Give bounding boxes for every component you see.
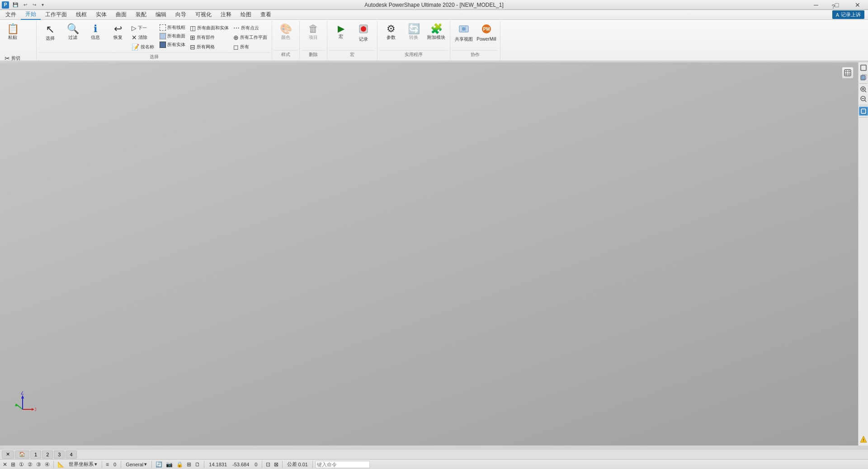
- rt-face-view-button[interactable]: [859, 63, 868, 72]
- quick-access-undo[interactable]: ↩: [22, 1, 29, 8]
- all-workplane-button[interactable]: ⊕ 所有工作平面: [231, 33, 269, 42]
- status-tools-icon[interactable]: 🔄: [155, 461, 163, 468]
- status-close-icon[interactable]: ✕: [2, 461, 8, 468]
- select-button[interactable]: ↖ 选择: [39, 23, 61, 48]
- status-nav-1[interactable]: ①: [18, 461, 25, 468]
- status-nav-2[interactable]: ②: [27, 461, 33, 468]
- status-div-4: [151, 461, 152, 468]
- rt-solid-view-button[interactable]: [859, 73, 868, 82]
- restore-icon: ↩: [114, 24, 122, 34]
- record-icon: [359, 24, 368, 36]
- menu-drawing[interactable]: 绘图: [236, 10, 256, 20]
- help-button[interactable]: ?: [829, 2, 837, 10]
- share-view-button[interactable]: 共享视图: [453, 23, 475, 48]
- status-div-7: [282, 461, 283, 468]
- powermill-button[interactable]: PM PowerMill: [476, 23, 497, 48]
- rt-box-view-button[interactable]: [859, 107, 868, 116]
- status-level-icon[interactable]: ≡: [105, 461, 110, 468]
- tab-home[interactable]: 🏠: [15, 450, 29, 459]
- paste-label: 粘贴: [8, 35, 17, 40]
- tab-4[interactable]: 4: [66, 450, 76, 459]
- tab-1[interactable]: 1: [30, 450, 41, 459]
- status-grid2-icon[interactable]: ⊞: [186, 461, 192, 468]
- close-button[interactable]: ✕: [847, 0, 868, 10]
- general-dropdown[interactable]: General ▾: [124, 461, 149, 467]
- tab-close-all[interactable]: ✕: [2, 450, 14, 459]
- all-surface-button[interactable]: 所有曲面: [158, 32, 187, 40]
- menu-home[interactable]: 开始: [21, 10, 41, 20]
- quick-access-save[interactable]: 💾: [11, 1, 20, 8]
- all-pointcloud-label: 所有点云: [241, 25, 259, 31]
- all-mesh-button[interactable]: ⊟ 所有网格: [188, 42, 231, 52]
- minimize-button[interactable]: ─: [806, 0, 826, 10]
- menu-file[interactable]: 文件: [1, 10, 21, 20]
- tab-2[interactable]: 2: [42, 450, 53, 459]
- status-div-2: [102, 461, 102, 468]
- menu-annotation[interactable]: 注释: [216, 10, 236, 20]
- menu-wizard[interactable]: 向导: [171, 10, 191, 20]
- status-nav-3[interactable]: ③: [35, 461, 42, 468]
- status-snap2-icon[interactable]: ⊠: [273, 461, 279, 468]
- all-solid-button[interactable]: 所有实体: [158, 41, 187, 49]
- menu-workplane[interactable]: 工作平面: [41, 10, 71, 20]
- restore-button[interactable]: ↩ 恢复: [107, 23, 129, 48]
- ribbon-group-select-content: ↖ 选择 🔍 过滤 ℹ 信息 ↩ 恢复 ▷ 下一: [38, 22, 270, 52]
- fit-view-button[interactable]: [842, 67, 854, 79]
- all-part-button[interactable]: ⊞ 所有部件: [188, 33, 231, 42]
- status-snap-icon[interactable]: ⊡: [265, 461, 271, 468]
- next-button[interactable]: ▷ 下一: [130, 23, 157, 33]
- select-icon: ↖: [46, 24, 55, 35]
- tab-3[interactable]: 3: [54, 450, 65, 459]
- menu-surface[interactable]: 曲面: [111, 10, 131, 20]
- status-doc-icon[interactable]: 🗋: [194, 461, 201, 468]
- record-button[interactable]: 记录: [353, 23, 374, 48]
- viewport[interactable]: X Z: [0, 62, 858, 446]
- cut-icon: ✂: [5, 55, 10, 62]
- powermill-label: PowerMill: [476, 37, 496, 42]
- paste-button[interactable]: 📋 粘贴: [3, 23, 23, 53]
- convert-icon: 🔄: [408, 24, 420, 34]
- title-bar: P 💾 ↩ ↪ ▾ Autodesk PowerShape Ultimate 2…: [0, 0, 868, 10]
- status-camera-icon[interactable]: 📷: [165, 461, 174, 468]
- delete-button[interactable]: 🗑 项目: [302, 23, 324, 48]
- menu-solid[interactable]: 实体: [91, 10, 111, 20]
- menu-view[interactable]: 查看: [256, 10, 276, 20]
- quick-access-redo[interactable]: ↪: [31, 1, 38, 8]
- rt-zoom-in-button[interactable]: [859, 85, 868, 94]
- command-input[interactable]: [316, 461, 370, 468]
- status-lock-icon[interactable]: 🔒: [175, 461, 184, 468]
- menu-edit[interactable]: 编辑: [151, 10, 171, 20]
- all-pointcloud-button[interactable]: ⋯ 所有点云: [231, 23, 269, 33]
- account-label: 记录上诉: [841, 11, 861, 18]
- status-grid-icon[interactable]: ⊞: [10, 461, 16, 468]
- all-wireframe-button[interactable]: 所有线框: [158, 23, 187, 32]
- share-view-label: 共享视图: [455, 37, 473, 42]
- color-button[interactable]: 🎨 颜色: [275, 23, 297, 48]
- rt-zoom-out-button[interactable]: [859, 94, 868, 103]
- menu-assembly[interactable]: 装配: [131, 10, 151, 20]
- rt-warning-button[interactable]: !: [859, 435, 868, 444]
- z-coord-value: 0: [255, 462, 257, 467]
- convert-button[interactable]: 🔄 转换: [403, 23, 425, 48]
- coord-system-selector[interactable]: 世界坐标系 ▾: [67, 461, 99, 468]
- y-coord-display: -53.684: [231, 462, 251, 467]
- addons-button[interactable]: 🧩 附加模块: [425, 23, 447, 48]
- macro-button[interactable]: ▶ 宏: [330, 23, 352, 48]
- fit-icon[interactable]: [842, 67, 854, 79]
- menu-visualize[interactable]: 可视化: [191, 10, 216, 20]
- svg-line-27: [865, 100, 866, 102]
- params-button[interactable]: ⚙ 参数: [380, 23, 402, 48]
- clear-button[interactable]: ✕ 清除: [130, 33, 157, 42]
- all-surface-solid-button[interactable]: ◫ 所有曲面和实体: [188, 23, 231, 33]
- coord-system-dropdown: ▾: [94, 461, 97, 467]
- status-coord-icon[interactable]: 📐: [57, 461, 65, 468]
- quick-access-more[interactable]: ▾: [40, 1, 46, 8]
- cut-button[interactable]: ✂ 剪切: [3, 54, 33, 63]
- menu-wireframe[interactable]: 线框: [71, 10, 91, 20]
- info-button[interactable]: ℹ 信息: [85, 23, 106, 48]
- account-button[interactable]: A 记录上诉: [832, 10, 864, 19]
- all-button[interactable]: ◻ 所有: [231, 42, 269, 52]
- filter-button[interactable]: 🔍 过滤: [62, 23, 84, 48]
- status-nav-4[interactable]: ④: [44, 461, 51, 468]
- byname-button[interactable]: 📝 按名称: [130, 42, 157, 52]
